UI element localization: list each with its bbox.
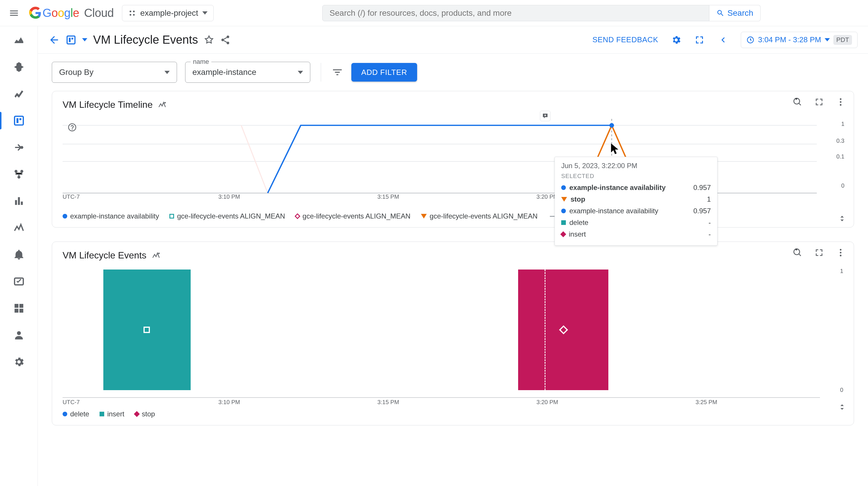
triangle-icon [561,197,567,202]
svg-point-3 [133,14,135,16]
events-title: VM Lifecycle Events [63,250,147,261]
name-filter-dropdown[interactable]: name example-instance [185,62,310,83]
events-chart[interactable]: 1 0 UTC-7 3:10 PM 3:15 PM 3:20 PM 3:25 P… [63,269,843,398]
search-input[interactable] [330,8,702,18]
legend-item[interactable]: gce-lifecycle-events ALIGN_MEAN [296,212,410,220]
help-icon[interactable] [68,123,76,132]
svg-point-27 [840,101,841,103]
filter-row: Group By name example-instance ADD FILTE… [38,54,868,91]
zoom-out-icon[interactable] [793,97,803,107]
square-icon [99,412,104,417]
insights-icon[interactable] [158,101,166,109]
legend-item[interactable]: delete [63,410,89,418]
add-filter-button[interactable]: ADD FILTER [351,63,417,82]
menu-icon [9,8,19,18]
diamond-icon [560,231,566,237]
content: VM Lifecycle Events SEND FEEDBACK 3:04 P… [38,26,868,486]
share-icon[interactable] [220,35,230,45]
more-icon[interactable] [836,248,845,258]
main: VM Lifecycle Events SEND FEEDBACK 3:04 P… [0,26,868,486]
tooltip-selected-hdr: SELECTED [561,173,711,179]
star-icon[interactable] [204,35,214,45]
send-feedback-button[interactable]: SEND FEEDBACK [592,35,658,44]
dashboard-type-icon[interactable] [66,35,76,45]
nav-metrics-icon[interactable] [13,88,25,99]
square-icon [169,214,174,219]
chevron-down-icon [825,38,830,41]
legend-label: stop [142,410,155,418]
insights-icon[interactable] [152,251,160,260]
nav-dashboards-icon[interactable] [13,115,25,126]
search-box[interactable] [322,5,709,21]
legend-item[interactable]: gce-lifecycle-events ALIGN_MEAN [421,212,538,220]
timezone-badge: PDT [833,35,852,45]
expand-icon[interactable] [814,97,824,107]
expand-icon[interactable] [814,248,824,258]
name-filter-value: example-instance [192,67,256,77]
project-icon [128,9,136,17]
cards: VM Lifecycle Timeline [38,91,868,437]
nav-integrations-icon[interactable] [13,142,25,153]
x-tz: UTC-7 [63,399,80,406]
y-tick: 1 [840,268,843,275]
y-tick: 1 [841,121,844,127]
filter-list-icon[interactable] [332,66,343,78]
legend-expand-icon[interactable] [838,403,846,411]
svg-rect-5 [16,118,18,123]
nav-alerting-icon[interactable] [13,249,25,260]
svg-point-24 [164,102,166,104]
zoom-out-icon[interactable] [793,248,803,258]
svg-rect-15 [19,309,23,313]
y-tick: 0.1 [836,153,844,160]
tooltip-row: example-instance availability 0.957 [561,182,711,194]
timeline-chart[interactable]: 1 0.3 0.1 0 UTC-7 3:10 PM 3:15 PM 3:20 P… [63,119,843,209]
nav-hex-icon[interactable] [13,61,25,73]
back-button[interactable] [48,34,60,46]
clock-icon [746,36,754,44]
legend-label: gce-lifecycle-events ALIGN_MEAN [303,212,410,220]
nav-groups-icon[interactable] [13,303,25,314]
x-tick: 3:15 PM [377,399,399,406]
tooltip-name: example-instance availability [569,207,690,215]
fullscreen-icon[interactable] [694,35,705,45]
x-tick: 3:25 PM [695,399,717,406]
time-nav-prev-icon[interactable] [717,35,728,45]
google-cloud-logo[interactable]: Google Cloud [29,6,114,20]
group-by-dropdown[interactable]: Group By [52,62,177,83]
nav-monitoring-icon[interactable] [13,34,25,46]
time-range-picker[interactable]: 3:04 PM - 3:28 PM PDT [741,32,858,48]
nav-uptime-icon[interactable] [13,276,25,287]
svg-point-0 [129,10,131,12]
project-picker[interactable]: example-project [122,5,214,21]
legend-item[interactable]: gce-lifecycle-events ALIGN_MEAN [169,212,285,220]
hamburger-menu[interactable] [7,6,21,20]
nav-services-icon[interactable] [13,168,25,180]
settings-icon[interactable] [671,35,681,45]
nav-trace-icon[interactable] [13,222,25,234]
add-annotation-icon[interactable] [540,111,551,121]
legend-item[interactable] [548,216,555,217]
nav-settings-icon[interactable] [13,356,25,368]
legend-item[interactable]: example-instance availability [63,212,159,220]
nav-bar-chart-icon[interactable] [13,195,25,207]
dot-icon [63,412,67,417]
svg-point-10 [18,176,20,179]
y-tick: 0 [840,387,843,393]
more-icon[interactable] [836,97,845,107]
legend-expand-icon[interactable] [838,215,846,223]
divider [321,63,321,82]
nav-user-icon[interactable] [13,329,25,341]
legend-item[interactable]: stop [135,410,155,418]
group-by-label: Group By [59,67,93,77]
y-axis-right: 1 0.3 0.1 0 [824,119,844,189]
time-range-label: 3:04 PM - 3:28 PM [758,35,821,44]
legend-item[interactable]: insert [99,410,124,418]
crosshair [545,269,546,390]
tooltip-value: - [709,219,711,227]
search-button[interactable]: Search [709,5,761,21]
tooltip-value: - [709,230,711,238]
search-button-label: Search [727,8,753,18]
svg-rect-12 [14,304,18,308]
timeline-card: VM Lifecycle Timeline [52,91,854,228]
dashboard-type-dropdown[interactable] [82,38,87,41]
